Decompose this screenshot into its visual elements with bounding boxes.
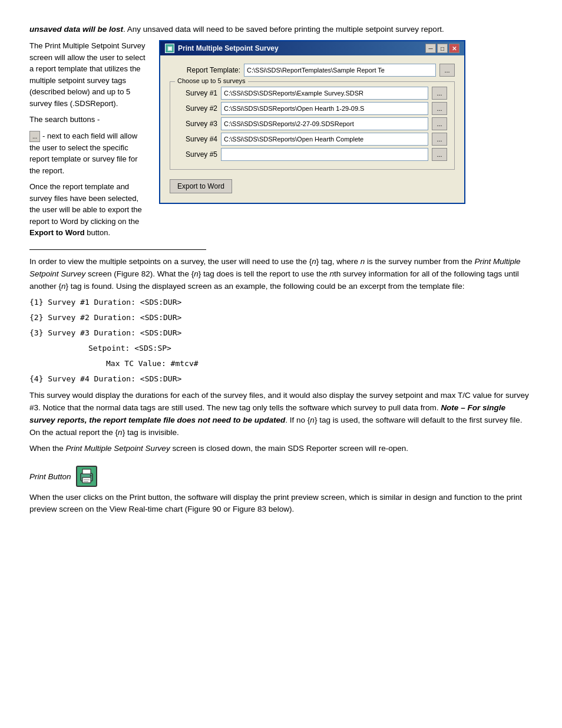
titlebar-left: ▣ Print Multiple Setpoint Survey (165, 44, 279, 53)
n-tag-italic: n (312, 257, 316, 266)
survey-row-1: Survey #1 C:\SSi\SDS\SDSReports\Example … (177, 87, 447, 100)
page-content: unsaved data will be lost. Any unsaved d… (29, 24, 533, 516)
survey-2-value: C:\SSi\SDS\SDSReports\Open Hearth 1-29-0… (224, 105, 364, 112)
survey-3-value: C:\SSi\SDS\SDSReports\2-27-09.SDSReport (224, 120, 354, 127)
printer-svg (78, 468, 95, 485)
nth-italic: n (330, 269, 335, 278)
code-line-3: {3} Survey #3 Duration: <SDS:DUR> (29, 327, 533, 339)
body-section: In order to view the multiple setpoints … (29, 256, 533, 455)
survey-4-label: Survey #4 (177, 135, 217, 143)
svg-point-5 (90, 475, 91, 477)
maximize-button[interactable]: □ (437, 44, 448, 53)
search-button-demo[interactable]: ... (29, 131, 40, 142)
two-col-layout: The Print Multiple Setpoint Survey scree… (29, 40, 533, 243)
left-column: The Print Multiple Setpoint Survey scree… (29, 40, 147, 243)
n-tag2-italic: n (194, 269, 199, 278)
survey-4-browse-button[interactable]: ... (432, 133, 447, 146)
report-template-label: Report Template: (170, 66, 240, 74)
survey-1-browse-button[interactable]: ... (432, 87, 447, 100)
n-italic: n (361, 257, 365, 266)
search-btn-intro: The search buttons - (29, 114, 147, 126)
print-para: When the user clicks on the Print button… (29, 492, 533, 516)
survey-row-4: Survey #4 C:\SSi\SDS\SDSReports\Open Hea… (177, 133, 447, 146)
section-divider (29, 249, 206, 250)
right-column: ▣ Print Multiple Setpoint Survey ─ □ ✕ R… (159, 40, 533, 243)
export-to-word-button[interactable]: Export to Word (170, 179, 232, 193)
report-template-input[interactable]: C:\SSi\SDS\ReportTemplates\Sample Report… (244, 64, 436, 77)
survey-5-browse-button[interactable]: ... (432, 148, 447, 161)
survey-2-label: Survey #2 (177, 104, 217, 113)
print-button-label: Print Button (29, 472, 71, 481)
screen-name-italic: Print Multiple Setpoint Survey (29, 257, 520, 278)
survey-1-value: C:\SSi\SDS\SDSReports\Example Survey.SDS… (224, 90, 363, 97)
screen-name-italic-2: Print Multiple Setpoint Survey (66, 444, 170, 453)
code-line-4: Setpoint: <SDS:SP> (88, 342, 533, 354)
left-col-text-2: Once the report template and survey file… (29, 181, 147, 239)
survey-5-label: Survey #5 (177, 150, 217, 159)
survey-row-2: Survey #2 C:\SSi\SDS\SDSReports\Open Hea… (177, 102, 447, 115)
left-col-text-1: - next to each field will allow the user… (29, 131, 138, 175)
survey-row-5: Survey #5 ... (177, 148, 447, 161)
close-button[interactable]: ✕ (449, 44, 459, 53)
n-tag5-italic: n (118, 428, 123, 437)
survey-1-input[interactable]: C:\SSi\SDS\SDSReports\Example Survey.SDS… (221, 87, 428, 100)
body-para-3: When the Print Multiple Setpoint Survey … (29, 443, 533, 455)
export-to-word-ref: Export to Word (29, 228, 85, 237)
survey-5-input[interactable] (221, 148, 428, 161)
code-line-1: {1} Survey #1 Duration: <SDS:DUR> (29, 297, 533, 308)
n-tag3-italic: n (61, 282, 66, 291)
print-multiple-setpoint-dialog: ▣ Print Multiple Setpoint Survey ─ □ ✕ R… (159, 40, 465, 204)
svg-rect-3 (84, 479, 90, 480)
dialog-title: Print Multiple Setpoint Survey (178, 44, 279, 52)
survey-3-label: Survey #3 (177, 120, 217, 128)
line2-para: The Print Multiple Setpoint Survey scree… (29, 40, 147, 109)
dialog-window-controls: ─ □ ✕ (425, 44, 459, 53)
code-line-5: Max TC Value: #mtcv# (106, 358, 533, 370)
group-box-legend: Choose up to 5 surveys (175, 77, 248, 84)
survey-3-input[interactable]: C:\SSi\SDS\SDSReports\2-27-09.SDSReport (221, 117, 428, 130)
n-tag4-italic: n (310, 416, 315, 424)
intro-paragraph-1: unsaved data will be lost. Any unsaved d… (29, 24, 533, 35)
code-line-2: {2} Survey #2 Duration: <SDS:DUR> (29, 312, 533, 324)
note-bold-italic: Note – For single survey reports, the re… (29, 403, 505, 424)
report-template-row: Report Template: C:\SSi\SDS\ReportTempla… (170, 64, 455, 77)
dialog-body: Report Template: C:\SSi\SDS\ReportTempla… (160, 55, 464, 203)
surveys-group-box: Choose up to 5 surveys Survey #1 C:\SSi\… (170, 81, 455, 170)
survey-4-value: C:\SSi\SDS\SDSReports\Open Hearth Comple… (224, 136, 363, 143)
svg-rect-4 (84, 481, 88, 482)
survey-4-input[interactable]: C:\SSi\SDS\SDSReports\Open Hearth Comple… (221, 133, 428, 146)
print-icon (76, 466, 97, 487)
survey-2-browse-button[interactable]: ... (432, 102, 447, 115)
bold-italic-intro: unsaved data will be lost (29, 25, 123, 34)
intro-line1-rest: . Any unsaved data will need to be saved… (123, 25, 444, 34)
survey-row-3: Survey #3 C:\SSi\SDS\SDSReports\2-27-09.… (177, 117, 447, 130)
body-para-2: This survey would display the durations … (29, 390, 533, 439)
print-section: Print Button (29, 466, 533, 487)
survey-1-label: Survey #1 (177, 89, 217, 97)
search-btn-demo: ... - next to each field will allow the … (29, 130, 147, 177)
code-line-6: {4} Survey #4 Duration: <SDS:DUR> (29, 373, 533, 385)
minimize-button[interactable]: ─ (425, 44, 436, 53)
body-para-1: In order to view the multiple setpoints … (29, 256, 533, 293)
survey-2-input[interactable]: C:\SSi\SDS\SDSReports\Open Hearth 1-29-0… (221, 102, 428, 115)
dialog-titlebar: ▣ Print Multiple Setpoint Survey ─ □ ✕ (160, 41, 464, 55)
report-template-browse-button[interactable]: ... (439, 64, 455, 77)
dialog-app-icon: ▣ (165, 44, 174, 53)
survey-3-browse-button[interactable]: ... (432, 117, 447, 130)
svg-rect-1 (82, 469, 91, 474)
report-template-value: C:\SSi\SDS\ReportTemplates\Sample Report… (247, 67, 385, 74)
